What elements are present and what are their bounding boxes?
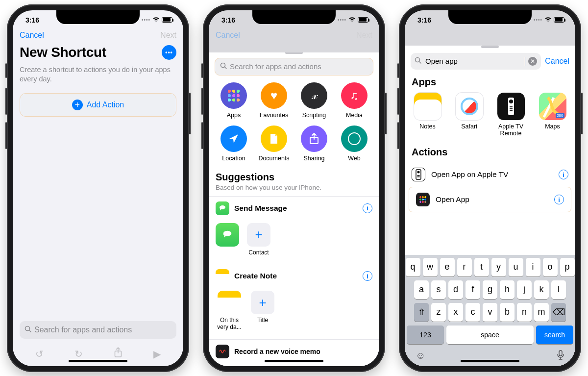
key-o[interactable]: o [543,258,558,276]
suggestions-subtitle: Based on how you use your iPhone. [209,183,379,196]
page-title: New Shortcut [20,45,106,60]
key-g[interactable]: g [483,280,497,299]
key-r[interactable]: r [457,258,472,276]
send-message-params: + Contact [209,220,379,265]
cancel-button[interactable]: Cancel [20,31,44,40]
key-f[interactable]: f [466,280,480,299]
key-x[interactable]: x [448,303,463,322]
search-icon [220,62,227,71]
key-t[interactable]: t [474,258,489,276]
editor-toolbar: ↺ ↻ ▶ [13,344,183,366]
key-v[interactable]: v [483,303,497,322]
clear-button[interactable]: ✕ [528,57,537,66]
key-shift[interactable]: ⇧ [414,303,429,322]
cancel-button-bg: Cancel [216,31,240,40]
key-m[interactable]: m [534,303,549,322]
heart-icon: ♥ [261,82,287,109]
svg-point-15 [417,171,420,174]
key-k[interactable]: k [534,280,549,299]
suggestions-header: Suggestions [209,169,379,183]
apps-grid: Notes Safari Apple TV Remote Maps [405,92,575,144]
search-icon [24,326,31,334]
key-q[interactable]: q [406,258,420,276]
svg-rect-11 [510,106,513,107]
category-media[interactable]: ♫ Media [334,82,374,119]
sheet-grabber[interactable] [481,46,499,48]
info-button[interactable]: i [554,195,564,204]
keyboard: q w e r t y u i o p a s d f g h [405,255,575,366]
param-note-body[interactable]: On this very da... [216,291,243,331]
param-title[interactable]: + Title [251,291,274,331]
key-d[interactable]: d [448,280,463,299]
document-icon [261,125,287,152]
key-numbers[interactable]: 123 [407,326,444,344]
location-icon [220,125,247,152]
action-open-app[interactable]: Open App i [409,187,571,212]
key-h[interactable]: h [500,280,514,299]
info-button[interactable]: i [559,170,568,179]
add-action-button[interactable]: + Add Action [20,93,176,117]
key-n[interactable]: n [517,303,532,322]
key-p[interactable]: p [560,258,575,276]
param-message-app[interactable] [216,223,239,256]
share-button[interactable] [114,347,122,360]
app-notes[interactable]: Notes [412,93,443,137]
cancel-button[interactable]: Cancel [545,57,569,66]
category-location[interactable]: Location [214,125,254,162]
maps-icon [539,93,566,120]
key-space[interactable]: space [446,326,534,344]
key-e[interactable]: e [440,258,455,276]
search-field[interactable]: Search for apps and actions [20,321,176,339]
key-b[interactable]: b [500,303,514,322]
search-field[interactable]: Search for apps and actions [215,58,373,75]
info-button[interactable]: i [363,271,372,281]
suggestion-send-message[interactable]: Send Message i [209,196,379,220]
page-subtitle: Create a shortcut to actions you do in y… [13,62,183,93]
create-note-params: On this very da... + Title [209,288,379,339]
key-l[interactable]: l [551,280,566,299]
status-time: 3:16 [417,16,431,24]
suggestion-create-note[interactable]: Create Note i [209,264,379,288]
key-w[interactable]: w [423,258,438,276]
dictation-button[interactable] [557,350,564,362]
key-search[interactable]: search [536,326,573,344]
action-open-app-on-apple-tv[interactable]: Open App on Apple TV i [405,162,575,187]
key-i[interactable]: i [526,258,540,276]
category-grid: Apps ♥ Favourites 𝓍 Scripting ♫ Media [209,80,379,169]
key-c[interactable]: c [466,303,480,322]
category-sharing[interactable]: Sharing [294,125,334,162]
more-button[interactable]: ••• [162,45,176,60]
key-j[interactable]: j [517,280,532,299]
home-indicator[interactable] [461,360,519,362]
category-favourites[interactable]: ♥ Favourites [254,82,294,119]
undo-button[interactable]: ↺ [35,348,44,360]
search-input[interactable] [424,56,522,66]
info-button[interactable]: i [363,203,372,213]
category-apps[interactable]: Apps [214,82,254,119]
svg-rect-13 [510,110,513,111]
key-u[interactable]: u [509,258,523,276]
search-field[interactable]: ✕ [411,53,541,70]
status-time: 3:16 [221,16,235,24]
category-documents[interactable]: Documents [254,125,294,162]
category-scripting[interactable]: 𝓍 Scripting [294,82,334,119]
key-s[interactable]: s [431,280,446,299]
key-y[interactable]: y [491,258,506,276]
notch [252,10,336,24]
home-indicator[interactable] [265,360,323,362]
home-indicator[interactable] [69,360,127,362]
app-apple-tv-remote[interactable]: Apple TV Remote [495,93,527,137]
redo-button[interactable]: ↻ [74,348,83,360]
key-a[interactable]: a [414,280,429,299]
category-web[interactable]: Web [334,125,374,162]
param-contact[interactable]: + Contact [247,223,270,256]
key-backspace[interactable]: ⌫ [551,303,566,322]
next-button[interactable]: Next [160,31,176,40]
key-z[interactable]: z [431,303,446,322]
app-maps[interactable]: Maps [537,93,568,137]
app-safari[interactable]: Safari [453,93,485,137]
suggestion-voice-memo[interactable]: Record a new voice memo [209,339,379,358]
run-button[interactable]: ▶ [153,348,161,360]
wifi-icon [348,16,356,24]
emoji-button[interactable]: ☺ [416,350,425,362]
